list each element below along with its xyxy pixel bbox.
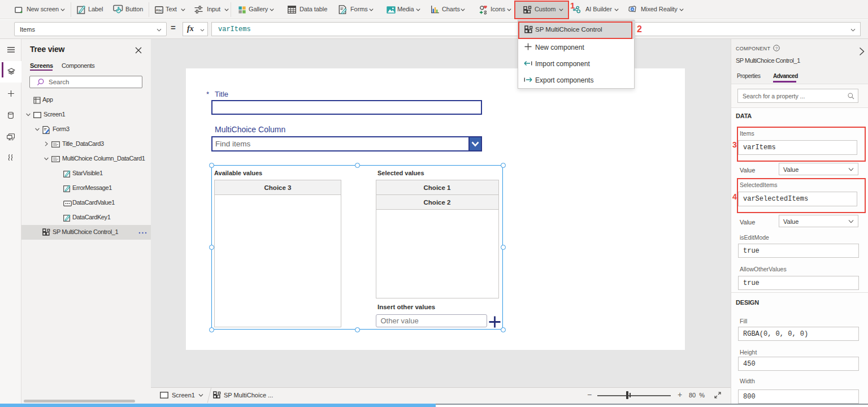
svg-text:?: ? (775, 46, 778, 51)
svg-text:Abc: Abc (156, 8, 163, 12)
